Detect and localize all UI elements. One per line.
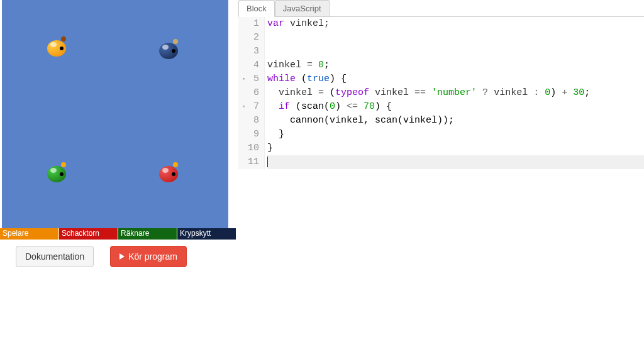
code-line: } (267, 128, 644, 141)
run-label: Kör program (128, 251, 177, 262)
left-panel: Spelare Schacktorn Räknare Krypskytt Dok… (0, 0, 236, 267)
code-area[interactable]: var vinkel; vinkel = 0; while (true) { v… (265, 17, 644, 169)
line-num: 3 (238, 45, 259, 58)
status-krypskytt: Krypskytt (177, 228, 236, 240)
code-line (267, 31, 644, 45)
code-line: vinkel = (typeof vinkel == 'number' ? vi… (267, 86, 644, 100)
code-line: while (true) { (267, 72, 644, 86)
code-line-active (267, 155, 644, 169)
code-line: } (267, 141, 644, 155)
line-num: 8 (238, 114, 259, 128)
editor-tabs: Block JavaScript (238, 0, 644, 17)
line-num: 1 (238, 17, 259, 31)
line-num: 10 (238, 141, 259, 155)
code-line: var vinkel; (267, 17, 644, 31)
game-arena (2, 0, 228, 228)
code-line: vinkel = 0; (267, 58, 644, 72)
tab-block[interactable]: Block (238, 0, 275, 17)
line-num: 4 (238, 58, 259, 72)
code-line (267, 45, 644, 58)
right-panel: Block JavaScript 1 2 3 4 5 6 7 8 9 10 11… (238, 0, 644, 267)
cursor (267, 157, 268, 167)
line-num: 5 (238, 72, 259, 86)
bot-player-orange (47, 36, 70, 59)
bot-player-green (47, 162, 70, 185)
bot-player-navy (159, 39, 182, 62)
run-program-button[interactable]: Kör program (110, 246, 187, 267)
play-icon (119, 253, 125, 260)
line-num: 6 (238, 86, 259, 100)
code-line: cannon(vinkel, scan(vinkel)); (267, 114, 644, 128)
gutter: 1 2 3 4 5 6 7 8 9 10 11 (238, 17, 265, 169)
code-editor[interactable]: 1 2 3 4 5 6 7 8 9 10 11 var vinkel; vink… (238, 17, 644, 169)
documentation-button[interactable]: Dokumentation (16, 246, 94, 267)
line-num: 11 (238, 155, 259, 169)
status-spelare: Spelare (0, 228, 59, 240)
status-schacktorn: Schacktorn (59, 228, 118, 240)
status-bar: Spelare Schacktorn Räknare Krypskytt (0, 228, 236, 240)
tab-javascript[interactable]: JavaScript (275, 0, 330, 16)
button-row: Dokumentation Kör program (0, 246, 236, 267)
line-num: 9 (238, 128, 259, 141)
line-num: 2 (238, 31, 259, 45)
code-line: if (scan(0) <= 70) { (267, 100, 644, 114)
bot-player-red (159, 162, 182, 185)
status-raknare: Räknare (118, 228, 177, 240)
line-num: 7 (238, 100, 259, 114)
